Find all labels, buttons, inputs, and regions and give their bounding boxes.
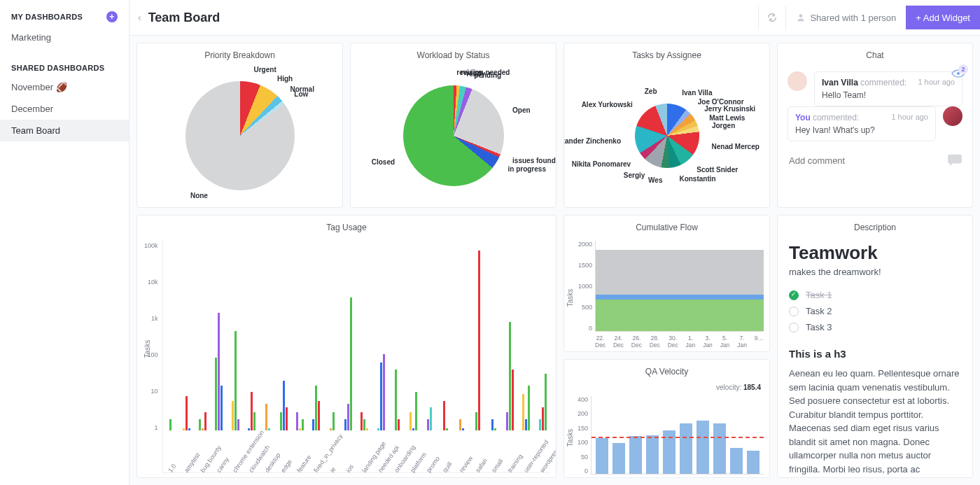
bar [512,370,514,430]
qa-velocity-chart: velocity: 185.4 Tasks 400200150100500 [564,381,769,477]
sidebar: MY DASHBOARDS + Marketing SHARED DASHBOA… [0,0,130,485]
bar [299,428,301,430]
sidebar-item[interactable]: Marketing [0,27,129,48]
x-axis-ticks: 22. Dec24. Dec26. Dec28. Dec30. Dec1. Ja… [595,335,764,349]
pie-label: Nenad Mercep [711,143,759,150]
widget-title: Cumulative Flow [564,216,769,237]
widget-priority-breakdown[interactable]: Priority Breakdown UrgentHighNormalLowNo… [136,43,343,208]
pie-label: in progress [507,165,545,173]
widget-title: Description [778,216,972,237]
pie-label: pending [474,71,501,79]
pie-label: Jorgen [712,122,735,129]
task-label: Task 1 [806,290,832,300]
widget-description[interactable]: Description Teamwork makes the dreamwork… [777,215,973,478]
page-title: Team Board [148,10,220,25]
chat-bubble: You commented:1 hour agoHey Ivan! What's… [788,106,936,141]
task-row[interactable]: Task 3 [789,319,961,335]
bar [312,419,314,430]
x-tick-label: desktop [263,451,281,474]
pie-label: None [190,192,208,199]
bar [188,428,190,430]
sidebar-item[interactable]: November 🏈 [0,76,129,98]
checkbox-icon[interactable] [789,323,799,332]
pie-label: High [277,75,293,83]
bars-area: 1.0amytestbug bountycannychrome extensio… [162,239,550,473]
bar [494,428,496,430]
y-axis-ticks: 2000150010005000 [570,241,592,332]
person-icon [796,13,806,22]
bar-group: wordpress [535,239,550,430]
pie-label: Closed [372,158,395,166]
x-tick-label: promo [426,455,442,474]
sidebar-item[interactable]: December [0,98,129,120]
widget-cumulative-flow[interactable]: Cumulative Flow Tasks 2000150010005000 2… [564,215,770,352]
mid-column: Cumulative Flow Tasks 2000150010005000 2… [564,215,770,478]
bar [509,322,511,430]
widget-title: Tasks by Assignee [564,43,769,64]
widget-tasks-assignee[interactable]: Tasks by Assignee Ivan VillaJoe O'Connor… [564,43,770,208]
x-tick-label: quill [442,461,454,474]
bar [443,401,445,430]
widget-title: Priority Breakdown [137,43,342,64]
widget-qa-velocity[interactable]: QA Velocity velocity: 185.4 Tasks 400200… [564,359,770,478]
bar [506,412,508,430]
chat-watchers-badge[interactable]: 2 [951,69,965,78]
pie-label: Wes [648,176,662,184]
bar [475,412,477,430]
topbar: ‹ Team Board Shared with 1 person + Add … [130,0,980,36]
chat-input[interactable] [788,151,941,170]
task-row[interactable]: Task 1 [789,287,961,303]
bar [730,448,743,474]
bar [410,412,412,430]
pie-label: Alexander Zinchenko [564,137,621,145]
bar [265,404,267,430]
bar-group: amytest [179,239,195,430]
collapse-sidebar-icon[interactable]: ‹ [138,12,141,23]
pie-label: Nikita Ponomarev [572,160,631,168]
add-widget-button[interactable]: + Add Widget [906,6,980,29]
pie-chart [635,104,699,168]
checkbox-icon[interactable] [789,307,799,316]
cumulative-flow-chart: Tasks 2000150010005000 22. Dec24. Dec26.… [564,237,769,351]
description-h3: This is a h3 [789,348,961,360]
chat-message: You commented:1 hour agoHey Ivan! What's… [788,106,962,141]
bar [696,421,709,474]
bar [350,297,352,430]
bar [186,396,188,430]
x-tick-label: canny [215,456,230,474]
bar [542,407,544,430]
x-tick-label: ios [344,463,355,474]
bar-group: edge [276,239,291,430]
widget-tag-usage[interactable]: Tag Usage Tasks 100k10k1k100101 1.0amyte… [136,215,556,478]
bar-group: ie [325,239,340,430]
description-p1: Aenean eu leo quam. Pellentesque ornare … [789,367,961,477]
chat-input-row [788,148,962,170]
refresh-button[interactable] [758,6,785,29]
widget-workload-status[interactable]: Workload by Status revision neededreview… [350,43,556,208]
bar-group: review [454,239,470,430]
shared-with-button[interactable]: Shared with 1 person [785,6,906,29]
widget-chat[interactable]: Chat 2 Ivan Villa commented:1 hour agoHe… [777,43,973,208]
reference-line [592,437,764,438]
bar [248,428,250,430]
bar [713,423,726,474]
send-icon[interactable] [947,153,962,168]
x-tick-label: training [506,453,524,474]
chat-watchers-count: 2 [958,64,968,74]
pie-label: Open [512,106,531,114]
add-dashboard-button[interactable]: + [106,11,118,22]
bar-group: bug bounty [195,239,211,430]
workload-pie: revision neededreviewreadypendingOpeniss… [351,64,556,207]
bar [318,401,320,430]
bar [459,419,461,430]
pie-label: Sergiy [624,171,645,179]
bar-group: desktop [260,239,275,430]
pie-label: Matt Lewis [709,114,745,122]
task-row[interactable]: Task 2 [789,303,961,319]
refresh-icon [767,13,777,22]
checkbox-icon[interactable] [789,290,799,300]
bar [234,331,237,430]
sidebar-item[interactable]: Team Board [0,120,129,141]
pie-label: Konstantin [679,175,715,183]
bar [545,374,547,430]
